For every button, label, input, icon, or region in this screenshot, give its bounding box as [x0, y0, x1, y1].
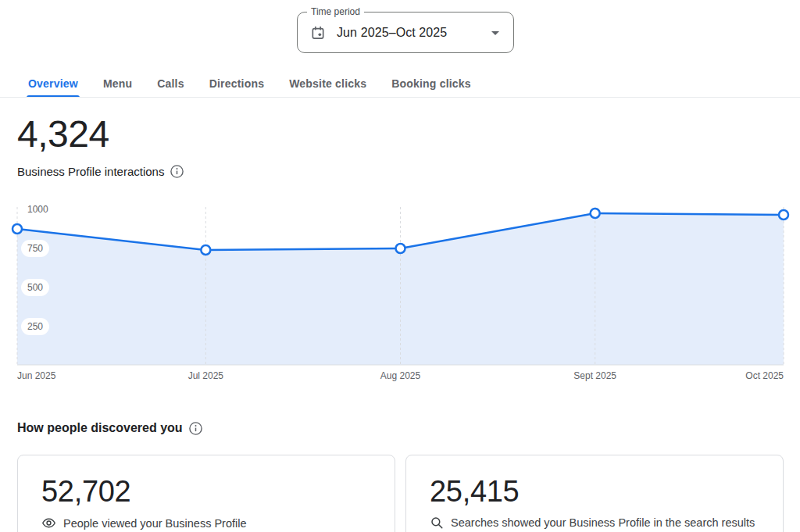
x-tick: Jun 2025 — [17, 370, 55, 381]
x-tick: Sept 2025 — [573, 370, 616, 381]
discovery-title-row: How people discovered you — [17, 421, 202, 435]
y-tick: 500 — [21, 279, 49, 296]
x-tick: Aug 2025 — [380, 370, 420, 381]
y-tick: 250 — [21, 318, 49, 335]
interactions-chart[interactable] — [0, 0, 800, 406]
discovery-card-searches: 25,415 Searches showed your Business Pro… — [405, 455, 784, 532]
search-icon — [430, 516, 444, 530]
searches-label: Searches showed your Business Profile in… — [451, 516, 755, 529]
views-label: People viewed your Business Profile — [63, 517, 247, 530]
eye-icon — [41, 516, 56, 530]
y-tick: 1000 — [21, 201, 55, 218]
discovery-title: How people discovered you — [17, 421, 183, 435]
discovery-card-views: 52,702 People viewed your Business Profi… — [17, 455, 395, 532]
searches-count: 25,415 — [430, 474, 759, 509]
info-icon[interactable] — [189, 422, 202, 435]
y-tick: 750 — [21, 240, 49, 257]
views-count: 52,702 — [41, 474, 371, 509]
x-tick: Oct 2025 — [745, 370, 784, 381]
x-tick: Jul 2025 — [188, 370, 223, 381]
